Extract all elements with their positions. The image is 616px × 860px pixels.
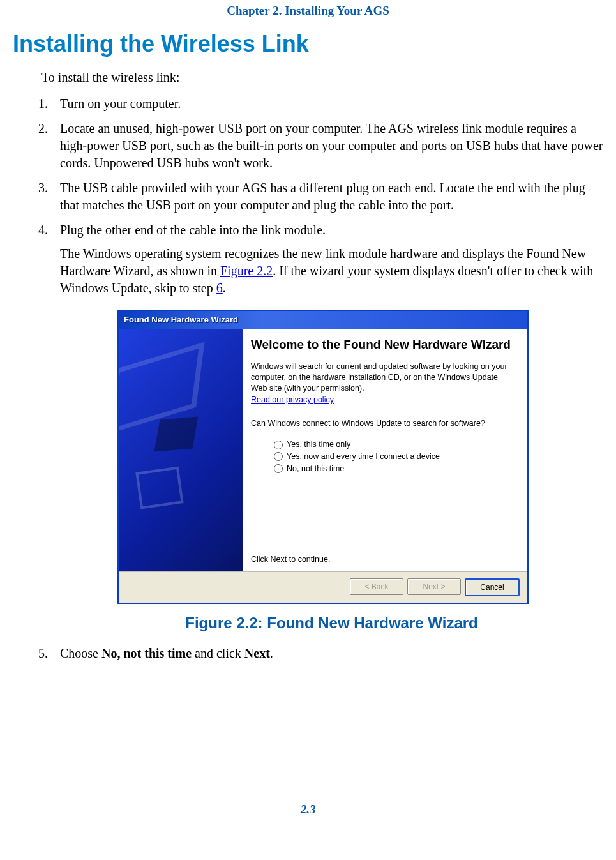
- step-2: Locate an unused, high-power USB port on…: [51, 120, 603, 172]
- step-text: .: [270, 646, 273, 660]
- step-text: and click: [192, 646, 244, 660]
- radio-icon: [274, 441, 283, 449]
- sub-text: .: [223, 281, 226, 295]
- intro-text: To install the wireless link:: [41, 70, 603, 85]
- option-label: No, not this time: [287, 464, 344, 474]
- option-label: Yes, this time only: [287, 439, 350, 450]
- step-bold: No, not this time: [101, 646, 192, 660]
- next-button[interactable]: Next >: [407, 578, 461, 595]
- radio-option-yes-always[interactable]: Yes, now and every time I connect a devi…: [274, 451, 516, 462]
- wizard-heading: Welcome to the Found New Hardware Wizard: [251, 338, 516, 352]
- step-text: Choose: [60, 646, 101, 660]
- step-text: Locate an unused, high-power USB port on…: [60, 121, 603, 170]
- step-4-sub: The Windows operating system recognizes …: [60, 245, 603, 297]
- step-text: The USB cable provided with your AGS has…: [60, 181, 585, 212]
- back-button[interactable]: < Back: [350, 578, 403, 595]
- wizard-titlebar: Found New Hardware Wizard: [119, 311, 527, 329]
- step-bold: Next: [244, 646, 270, 660]
- wizard-question: Can Windows connect to Windows Update to…: [251, 418, 516, 429]
- section-title: Installing the Wireless Link: [13, 31, 603, 57]
- wizard-body: Welcome to the Found New Hardware Wizard…: [119, 329, 527, 571]
- chapter-header: Chapter 2. Installing Your AGS: [13, 0, 603, 24]
- radio-icon: [274, 464, 283, 473]
- radio-option-no[interactable]: No, not this time: [274, 464, 516, 474]
- page-number: 2.3: [13, 803, 603, 817]
- cancel-button[interactable]: Cancel: [465, 578, 520, 596]
- step-text: Plug the other end of the cable into the…: [60, 223, 326, 237]
- step-text: Turn on your computer.: [60, 96, 181, 110]
- wizard-main: Welcome to the Found New Hardware Wizard…: [243, 329, 527, 571]
- step-1: Turn on your computer.: [51, 95, 603, 112]
- figure-caption: Figure 2.2: Found New Hardware Wizard: [60, 613, 603, 633]
- option-label: Yes, now and every time I connect a devi…: [287, 451, 440, 462]
- radio-icon: [274, 452, 283, 461]
- steps-list: Turn on your computer. Locate an unused,…: [51, 95, 603, 662]
- wizard-title: Found New Hardware Wizard: [124, 314, 238, 326]
- wizard-desc: Windows will search for current and upda…: [251, 361, 516, 394]
- radio-option-yes-once[interactable]: Yes, this time only: [274, 439, 516, 450]
- step-3: The USB cable provided with your AGS has…: [51, 179, 603, 214]
- privacy-link[interactable]: Read our privacy policy: [251, 395, 516, 405]
- step-link[interactable]: 6: [216, 281, 223, 295]
- wizard-continue: Click Next to continue.: [251, 541, 516, 565]
- wizard-side-graphic: [119, 329, 243, 571]
- step-5: Choose No, not this time and click Next.: [51, 645, 603, 662]
- wizard-options: Yes, this time only Yes, now and every t…: [274, 438, 516, 476]
- wizard-window: Found New Hardware Wizard Welcome to the…: [117, 310, 529, 604]
- step-4: Plug the other end of the cable into the…: [51, 222, 603, 633]
- figure-link[interactable]: Figure 2.2: [220, 264, 273, 278]
- wizard-footer: < Back Next > Cancel: [119, 571, 527, 603]
